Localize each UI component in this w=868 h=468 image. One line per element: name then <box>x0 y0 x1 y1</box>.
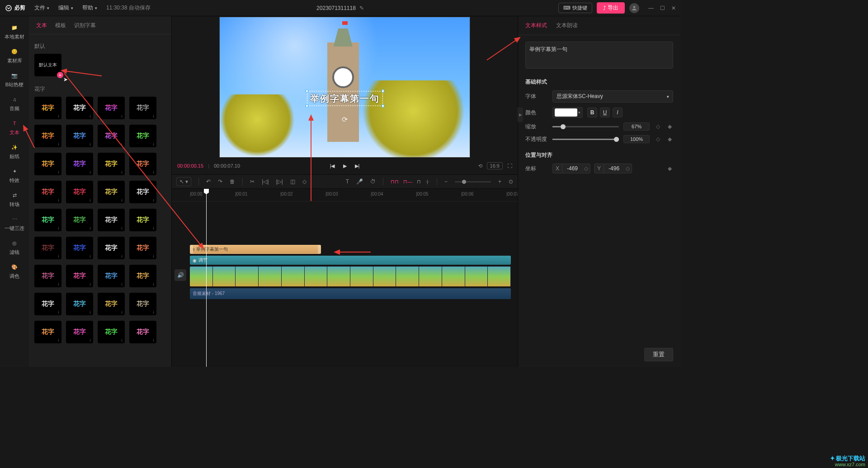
opacity-keyframe[interactable]: ◆ <box>666 136 673 143</box>
magnet-icon-3[interactable]: ⊓ <box>417 179 421 185</box>
flower-card[interactable]: 花字↓ <box>34 181 61 203</box>
close-button[interactable]: ✕ <box>671 5 676 11</box>
video-clip[interactable] <box>190 267 511 286</box>
redo-button[interactable]: ↷ <box>218 178 222 185</box>
flower-card[interactable]: 花字↓ <box>34 265 61 287</box>
select-tool[interactable]: ↖ ▾ <box>176 177 191 186</box>
aspect-ratio[interactable]: 16:9 <box>487 162 503 169</box>
flower-card[interactable]: 花字↓ <box>129 125 156 147</box>
timer-icon[interactable]: ⏱ <box>370 178 376 185</box>
nav-sticker[interactable]: ✨贴纸 <box>0 140 29 164</box>
collapse-right-panel[interactable]: ▶ <box>518 108 523 122</box>
flower-card[interactable]: 花字↓ <box>66 153 93 175</box>
flower-card[interactable]: 花字↓ <box>129 209 156 231</box>
next-frame-button[interactable]: ▶| <box>355 163 360 169</box>
flower-card[interactable]: 花字↓ <box>66 209 93 231</box>
flower-card[interactable]: 花字↓ <box>66 181 93 203</box>
nav-transition[interactable]: ⇄转场 <box>0 187 29 211</box>
flower-card[interactable]: 花字↓ <box>129 181 156 203</box>
nav-audio[interactable]: ♫音频 <box>0 92 29 116</box>
timeline[interactable]: |00:00|00:01|00:02|00:03|00:04|00:05|00:… <box>172 189 518 367</box>
prop-tab-read[interactable]: 文本朗读 <box>556 22 578 29</box>
split-right-icon[interactable]: |▷| <box>276 178 283 185</box>
undo-button[interactable]: ↶ <box>206 178 211 185</box>
minimize-button[interactable]: — <box>648 5 654 11</box>
text-tool-icon[interactable]: T <box>346 178 349 185</box>
default-text-card[interactable]: 默认文本 + ➤ <box>34 54 61 76</box>
scale-step[interactable]: ◇ <box>654 123 661 130</box>
playhead[interactable] <box>206 189 207 367</box>
scale-slider[interactable] <box>552 126 619 127</box>
flower-card[interactable]: 花字↓ <box>34 153 61 175</box>
play-button[interactable]: ▶ <box>343 163 347 169</box>
split-left-icon[interactable]: |◁| <box>262 178 269 185</box>
scale-value[interactable]: 67% <box>623 122 650 131</box>
prop-tab-style[interactable]: 文本样式 <box>525 22 547 29</box>
italic-button[interactable]: I <box>613 108 623 117</box>
add-icon[interactable]: + <box>57 72 63 78</box>
menu-file[interactable]: 文件 ▾ <box>34 4 49 12</box>
mute-button[interactable]: 🔊 <box>175 269 186 281</box>
flower-card[interactable]: 花字↓ <box>98 237 125 259</box>
flower-card[interactable]: 花字↓ <box>34 209 61 231</box>
nav-color[interactable]: 🎨调色 <box>0 259 29 283</box>
x-input[interactable]: X-469◇ <box>552 164 590 173</box>
export-button[interactable]: ⤴ 导出 <box>597 2 625 14</box>
asset-tab-subtitle[interactable]: 识别字幕 <box>74 22 96 29</box>
audio-clip[interactable]: 音频素材 - 1967 <box>190 288 511 299</box>
flower-card[interactable]: 花字↓ <box>66 293 93 315</box>
nav-local[interactable]: 📁本地素材 <box>0 20 29 44</box>
flower-card[interactable]: 花字↓ <box>34 321 61 343</box>
magnet-icon-1[interactable]: ⊓⊓ <box>391 179 399 185</box>
bold-button[interactable]: B <box>587 108 597 117</box>
text-clip[interactable]: ⦀ 举例字幕第一句 <box>190 245 321 254</box>
shortcut-button[interactable]: ⌨ 快捷键 <box>558 3 592 13</box>
flower-card[interactable]: 花字↓ <box>98 181 125 203</box>
zoom-out-timeline[interactable]: − <box>444 178 448 185</box>
flower-card[interactable]: 花字↓ <box>66 237 93 259</box>
reset-button[interactable]: 重置 <box>644 348 673 361</box>
flower-card[interactable]: 花字↓ <box>129 153 156 175</box>
flower-card[interactable]: 花字↓ <box>34 293 61 315</box>
subtitle-overlay[interactable]: 举例字幕第一句 <box>307 91 383 106</box>
nav-filter[interactable]: ◎滤镜 <box>0 235 29 259</box>
asset-tab-text[interactable]: 文本 <box>36 22 47 29</box>
opacity-slider[interactable] <box>552 139 619 140</box>
nav-library[interactable]: 😊素材库 <box>0 44 29 68</box>
y-input[interactable]: Y-496◇ <box>594 164 632 173</box>
scale-keyframe[interactable]: ◆ <box>666 123 673 130</box>
edit-icon[interactable]: ✎ <box>359 5 364 11</box>
flower-card[interactable]: 花字↓ <box>129 265 156 287</box>
nav-effect[interactable]: ✦特效 <box>0 164 29 187</box>
flower-card[interactable]: 花字↓ <box>66 97 93 119</box>
flower-card[interactable]: 花字↓ <box>129 237 156 259</box>
flower-card[interactable]: 花字↓ <box>98 125 125 147</box>
eraser-icon[interactable]: ◇ <box>302 178 307 185</box>
flower-card[interactable]: 花字↓ <box>34 125 61 147</box>
underline-button[interactable]: U <box>600 108 610 117</box>
magnet-icon-2[interactable]: ⊓— <box>403 179 412 185</box>
flower-card[interactable]: 花字↓ <box>129 97 156 119</box>
text-content-input[interactable] <box>525 42 673 69</box>
flower-card[interactable]: 花字↓ <box>98 209 125 231</box>
nav-text[interactable]: T文本 <box>0 116 29 140</box>
timeline-ruler[interactable]: |00:00|00:01|00:02|00:03|00:04|00:05|00:… <box>172 189 518 201</box>
flower-card[interactable]: 花字↓ <box>66 125 93 147</box>
menu-edit[interactable]: 编辑 ▾ <box>58 4 73 12</box>
prev-frame-button[interactable]: |◀ <box>330 163 335 169</box>
opacity-step[interactable]: ◇ <box>654 136 661 143</box>
flower-card[interactable]: 花字↓ <box>98 153 125 175</box>
crop-icon[interactable]: ◫ <box>290 178 295 185</box>
zoom-fit-icon[interactable]: ⊙ <box>509 178 513 185</box>
nav-triple[interactable]: ⋯一键三连 <box>0 211 29 235</box>
opacity-value[interactable]: 100% <box>623 135 650 143</box>
asset-tab-template[interactable]: 模板 <box>55 22 66 29</box>
coord-keyframe[interactable]: ◆ <box>666 165 673 172</box>
refresh-icon[interactable]: ⟳ <box>342 115 348 124</box>
flower-card[interactable]: 花字↓ <box>129 293 156 315</box>
flower-card[interactable]: 花字↓ <box>34 97 61 119</box>
flower-card[interactable]: 花字↓ <box>98 265 125 287</box>
snap-icon[interactable]: ·|· <box>425 179 429 184</box>
flower-card[interactable]: 花字↓ <box>129 321 156 343</box>
flower-card[interactable]: 花字↓ <box>66 321 93 343</box>
